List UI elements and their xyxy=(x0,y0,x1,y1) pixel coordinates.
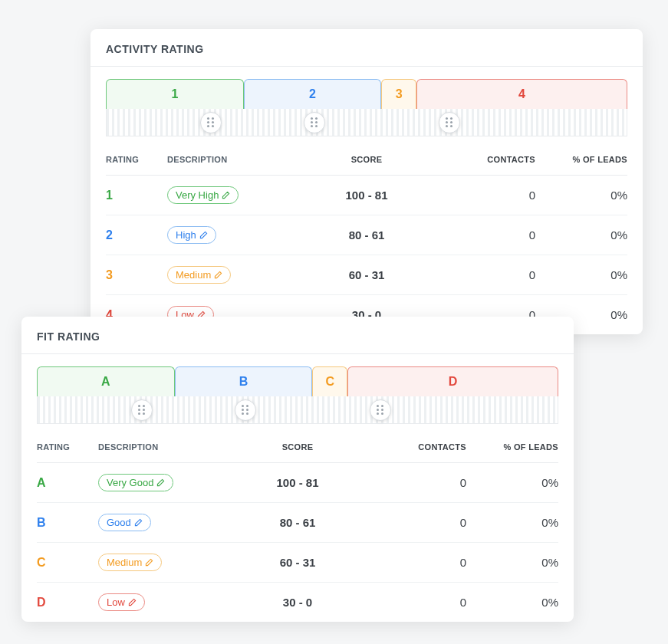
table-row: 2 High 80 - 61 0 0% xyxy=(106,215,627,255)
activity-table-header: RATING DESCRIPTION SCORE CONTACTS % OF L… xyxy=(106,144,627,176)
rating-value: 2 xyxy=(106,228,167,242)
fit-tabs: A B C D xyxy=(21,354,574,396)
pill-label: Low xyxy=(107,596,125,608)
fit-tab-d[interactable]: D xyxy=(347,366,558,396)
leads-value: 0% xyxy=(535,268,627,281)
contacts-value: 0 xyxy=(443,228,535,242)
description-pill[interactable]: Low xyxy=(98,593,145,611)
rating-value: 1 xyxy=(106,189,167,202)
contacts-value: 0 xyxy=(374,596,466,609)
slider-handle-2[interactable] xyxy=(304,112,325,133)
rating-value: A xyxy=(37,476,98,490)
activity-card-title: ACTIVITY RATING xyxy=(90,29,643,67)
score-value: 80 - 61 xyxy=(221,516,374,529)
col-rating-header: RATING xyxy=(106,155,167,164)
table-row: A Very Good 100 - 81 0 0% xyxy=(37,463,558,503)
fit-range-slider[interactable] xyxy=(37,396,558,424)
pencil-icon xyxy=(134,518,143,527)
rating-value: B xyxy=(37,516,98,530)
pencil-icon xyxy=(214,271,222,279)
pencil-icon xyxy=(145,558,153,567)
score-value: 30 - 0 xyxy=(221,596,374,609)
col-contacts-header: CONTACTS xyxy=(374,442,466,452)
col-contacts-header: CONTACTS xyxy=(443,155,535,164)
leads-value: 0% xyxy=(466,516,558,529)
col-score-header: SCORE xyxy=(221,442,374,452)
col-leads-header: % OF LEADS xyxy=(466,442,558,452)
activity-rating-card: ACTIVITY RATING 1 2 3 4 RATING DESCRIPTI… xyxy=(90,29,643,334)
col-desc-header: DESCRIPTION xyxy=(167,155,290,164)
description-pill[interactable]: Medium xyxy=(167,266,231,284)
contacts-value: 0 xyxy=(443,189,535,202)
activity-table: RATING DESCRIPTION SCORE CONTACTS % OF L… xyxy=(90,144,643,334)
table-row: D Low 30 - 0 0 0% xyxy=(37,583,558,622)
contacts-value: 0 xyxy=(374,516,466,529)
score-value: 100 - 81 xyxy=(221,476,374,489)
description-pill[interactable]: Very Good xyxy=(98,474,173,491)
rating-value: C xyxy=(37,556,98,570)
leads-value: 0% xyxy=(466,556,558,569)
slider-handle-3[interactable] xyxy=(370,399,391,421)
pill-label: Very Good xyxy=(107,477,153,488)
description-pill[interactable]: Medium xyxy=(98,554,162,571)
score-value: 60 - 31 xyxy=(290,268,443,281)
pencil-icon xyxy=(128,598,137,606)
col-desc-header: DESCRIPTION xyxy=(98,442,221,452)
pill-label: High xyxy=(176,229,196,241)
description-pill[interactable]: High xyxy=(167,226,216,244)
slider-handle-3[interactable] xyxy=(439,112,460,133)
contacts-value: 0 xyxy=(374,556,466,569)
fit-table: RATING DESCRIPTION SCORE CONTACTS % OF L… xyxy=(21,432,574,622)
fit-rating-card: FIT RATING A B C D RATING DESCRIPTION SC… xyxy=(21,317,574,622)
activity-tab-1[interactable]: 1 xyxy=(106,79,244,109)
pill-label: Good xyxy=(107,517,131,528)
col-score-header: SCORE xyxy=(290,155,443,164)
leads-value: 0% xyxy=(535,228,627,242)
table-row: C Medium 60 - 31 0 0% xyxy=(37,543,558,583)
slider-handle-2[interactable] xyxy=(235,399,256,421)
contacts-value: 0 xyxy=(443,268,535,281)
pill-label: Very High xyxy=(176,189,219,201)
rating-value: D xyxy=(37,596,98,610)
activity-tab-4[interactable]: 4 xyxy=(416,79,627,109)
table-row: 1 Very High 100 - 81 0 0% xyxy=(106,176,627,215)
slider-handle-1[interactable] xyxy=(200,112,222,133)
col-rating-header: RATING xyxy=(37,442,98,452)
description-pill[interactable]: Very High xyxy=(167,186,239,204)
pill-label: Medium xyxy=(176,269,211,281)
pencil-icon xyxy=(222,191,230,199)
score-value: 100 - 81 xyxy=(290,189,443,202)
rating-value: 3 xyxy=(106,268,167,282)
pencil-icon xyxy=(199,231,208,239)
fit-card-title: FIT RATING xyxy=(21,317,574,354)
pill-label: Medium xyxy=(107,557,142,568)
fit-table-header: RATING DESCRIPTION SCORE CONTACTS % OF L… xyxy=(37,432,558,463)
score-value: 60 - 31 xyxy=(221,556,374,569)
fit-tab-b[interactable]: B xyxy=(175,366,313,396)
fit-tab-c[interactable]: C xyxy=(312,366,347,396)
col-leads-header: % OF LEADS xyxy=(535,155,627,164)
table-row: B Good 80 - 61 0 0% xyxy=(37,503,558,543)
fit-tab-a[interactable]: A xyxy=(37,366,175,396)
slider-handle-1[interactable] xyxy=(131,399,153,421)
pencil-icon xyxy=(156,478,165,487)
table-row: 3 Medium 60 - 31 0 0% xyxy=(106,255,627,295)
activity-tab-2[interactable]: 2 xyxy=(244,79,382,109)
activity-tabs: 1 2 3 4 xyxy=(90,67,643,109)
activity-tab-3[interactable]: 3 xyxy=(381,79,416,109)
leads-value: 0% xyxy=(466,476,558,489)
leads-value: 0% xyxy=(466,596,558,609)
score-value: 80 - 61 xyxy=(290,228,443,242)
description-pill[interactable]: Good xyxy=(98,514,151,531)
activity-range-slider[interactable] xyxy=(106,109,627,136)
leads-value: 0% xyxy=(535,189,627,202)
contacts-value: 0 xyxy=(374,476,466,489)
